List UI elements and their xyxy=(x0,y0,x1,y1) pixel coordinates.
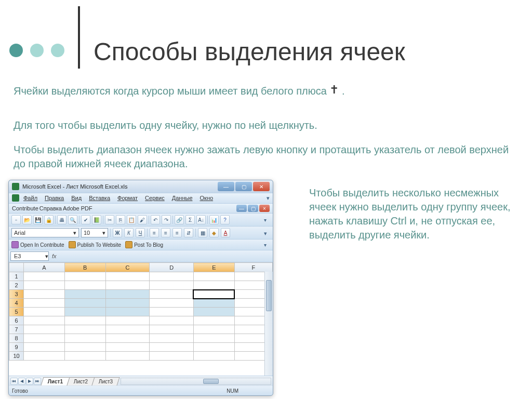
menu-insert[interactable]: Вставка xyxy=(86,194,113,202)
cell[interactable] xyxy=(64,308,105,316)
fx-label[interactable]: fx xyxy=(52,253,57,259)
help-icon[interactable]: ? xyxy=(220,215,230,224)
preview-icon[interactable]: 🔍 xyxy=(68,215,77,224)
font-color-icon[interactable]: A xyxy=(221,228,230,237)
row-header[interactable]: 5 xyxy=(9,308,24,316)
print-icon[interactable]: 🖶 xyxy=(57,215,66,224)
row-header[interactable]: 1 xyxy=(9,272,24,281)
tab-next-icon[interactable]: ▶ xyxy=(26,378,33,385)
undo-icon[interactable]: ↶ xyxy=(151,215,160,224)
horizontal-scrollbar[interactable] xyxy=(121,378,271,385)
fill-color-icon[interactable]: ◆ xyxy=(209,228,219,237)
sheet-tab[interactable]: Лист2 xyxy=(67,377,95,385)
font-size-box[interactable]: 10▾ xyxy=(81,228,108,237)
autosum-icon[interactable]: Σ xyxy=(185,215,195,224)
hyperlink-icon[interactable]: 🔗 xyxy=(175,215,184,224)
new-icon[interactable]: ▫ xyxy=(11,215,21,224)
row-header[interactable]: 10 xyxy=(9,352,24,361)
save-icon[interactable]: 💾 xyxy=(33,215,43,224)
col-header-f[interactable]: F xyxy=(234,263,272,272)
sort-asc-icon[interactable]: A↓ xyxy=(196,215,206,224)
copy-icon[interactable]: ⎘ xyxy=(116,215,125,224)
col-header-c[interactable]: C xyxy=(105,263,150,272)
cell[interactable] xyxy=(64,290,105,299)
menu-file[interactable]: Файл xyxy=(20,194,41,202)
borders-icon[interactable]: ▦ xyxy=(198,228,207,237)
row-header[interactable]: 4 xyxy=(9,299,24,308)
toolbar-overflow-icon[interactable]: ▾ xyxy=(264,242,270,247)
menu-help[interactable]: Справка xyxy=(39,205,62,211)
align-center-icon[interactable]: ≡ xyxy=(161,228,170,237)
col-header-e[interactable]: E xyxy=(193,263,234,272)
format-painter-icon[interactable]: 🖌 xyxy=(138,215,147,224)
tab-last-icon[interactable]: ⏭ xyxy=(34,378,41,385)
scroll-thumb[interactable] xyxy=(203,379,219,384)
cell-grid[interactable]: A B C D E F 1 2 3 4 5 6 7 8 9 10 xyxy=(9,262,273,376)
menu-edit[interactable]: Правка xyxy=(42,194,67,202)
doc-minimize-button[interactable]: — xyxy=(236,205,247,212)
cell[interactable] xyxy=(105,290,150,299)
paste-icon[interactable]: 📋 xyxy=(127,215,136,224)
row-header[interactable]: 2 xyxy=(9,281,24,290)
col-header-d[interactable]: D xyxy=(150,263,194,272)
name-box[interactable]: E3▾ xyxy=(10,251,49,261)
chart-icon[interactable]: 📊 xyxy=(209,215,219,224)
tab-prev-icon[interactable]: ◀ xyxy=(18,378,25,385)
menu-contribute[interactable]: Contribute xyxy=(12,205,38,211)
merge-cells-icon[interactable]: ⇵ xyxy=(184,228,193,237)
spellcheck-icon[interactable]: ✔ xyxy=(81,215,90,224)
cell[interactable] xyxy=(193,308,234,316)
col-header-b[interactable]: B xyxy=(64,263,105,272)
open-icon[interactable]: 📂 xyxy=(22,215,32,224)
cell[interactable] xyxy=(64,299,105,308)
menu-window[interactable]: Окно xyxy=(197,194,217,202)
menu-tools[interactable]: Сервис xyxy=(142,194,168,202)
row-header[interactable]: 3 xyxy=(9,290,24,299)
align-left-icon[interactable]: ≡ xyxy=(150,228,159,237)
publish-button[interactable]: Publish To Website xyxy=(69,241,122,248)
italic-button[interactable]: К xyxy=(124,228,134,237)
select-all-corner[interactable] xyxy=(9,263,24,272)
cut-icon[interactable]: ✂ xyxy=(105,215,114,224)
cell[interactable] xyxy=(193,299,234,308)
bold-button[interactable]: Ж xyxy=(113,228,122,237)
tab-first-icon[interactable]: ⏮ xyxy=(10,378,18,385)
doc-close-button[interactable]: × xyxy=(259,205,270,212)
sheet-tab[interactable]: Лист3 xyxy=(92,377,120,385)
maximize-button[interactable]: ▢ xyxy=(235,182,252,191)
chevron-down-icon[interactable]: ▾ xyxy=(263,194,270,200)
menu-view[interactable]: Вид xyxy=(68,194,85,202)
titlebar[interactable]: Microsoft Excel - Лист Microsoft Excel.x… xyxy=(9,180,273,193)
font-name-box[interactable]: Arial▾ xyxy=(11,228,79,237)
vertical-scrollbar[interactable] xyxy=(264,272,273,376)
row-header[interactable]: 8 xyxy=(9,334,24,343)
underline-button[interactable]: Ч xyxy=(136,228,145,237)
open-in-contribute-button[interactable]: Open In Contribute xyxy=(11,241,64,248)
close-button[interactable]: ✕ xyxy=(253,182,270,191)
menu-data[interactable]: Данные xyxy=(169,194,196,202)
research-icon[interactable]: 📗 xyxy=(92,215,101,224)
permission-icon[interactable]: 🔒 xyxy=(44,215,54,224)
redo-icon[interactable]: ↷ xyxy=(162,215,171,224)
font-name: Arial xyxy=(14,230,25,236)
chevron-down-icon[interactable]: ▾ xyxy=(45,253,48,260)
active-cell[interactable] xyxy=(193,290,234,299)
cell[interactable] xyxy=(105,308,150,316)
toolbar-overflow-icon[interactable]: ▾ xyxy=(264,230,270,235)
menu-adobe-pdf[interactable]: Adobe PDF xyxy=(63,205,92,211)
align-right-icon[interactable]: ≡ xyxy=(172,228,182,237)
col-header-a[interactable]: A xyxy=(24,263,65,272)
sheet-tab[interactable]: Лист1 xyxy=(41,377,70,385)
chevron-down-icon[interactable]: ▾ xyxy=(102,230,105,236)
row-header[interactable]: 6 xyxy=(9,316,24,325)
toolbar-overflow-icon[interactable]: ▾ xyxy=(264,217,270,222)
row-header[interactable]: 7 xyxy=(9,325,24,334)
menu-format[interactable]: Формат xyxy=(114,194,141,202)
doc-maximize-button[interactable]: ▢ xyxy=(248,205,258,212)
row-header[interactable]: 9 xyxy=(9,343,24,352)
minimize-button[interactable]: — xyxy=(218,182,234,191)
chevron-down-icon[interactable]: ▾ xyxy=(73,230,76,236)
post-to-blog-button[interactable]: Post To Blog xyxy=(125,241,163,248)
cell[interactable] xyxy=(105,299,150,308)
scroll-thumb[interactable] xyxy=(266,280,272,311)
